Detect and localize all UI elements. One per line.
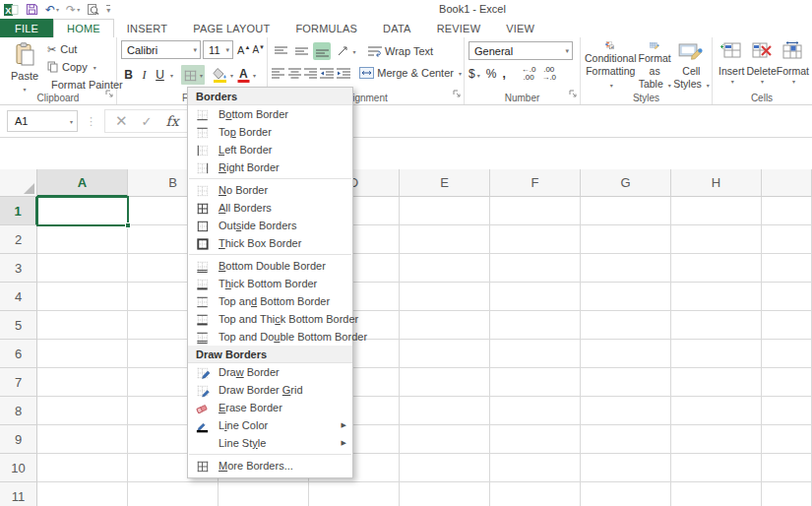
cell-F11[interactable] — [490, 482, 581, 506]
menu-item-draw-border[interactable]: Draw Border — [188, 363, 352, 381]
cell-F4[interactable] — [490, 283, 581, 311]
paste-dropdown-icon[interactable]: ▾ — [23, 86, 26, 93]
row-header-4[interactable]: 4 — [0, 283, 37, 311]
cell-A4[interactable] — [37, 283, 128, 311]
align-right-button[interactable] — [304, 64, 317, 82]
menu-item-draw-border-grid[interactable]: Draw Border Grid — [188, 381, 352, 399]
accounting-format-button[interactable]: $▾ — [468, 67, 480, 81]
cell-H6[interactable] — [671, 340, 762, 368]
cell-H7[interactable] — [671, 368, 762, 397]
column-header-h[interactable]: H — [671, 169, 762, 197]
cell-H4[interactable] — [671, 283, 762, 311]
menu-item-thick-bottom-border[interactable]: Thick Bottom Border — [188, 275, 352, 292]
cell-I5[interactable] — [762, 311, 812, 340]
cell-H9[interactable] — [671, 425, 762, 454]
row-header-7[interactable]: 7 — [0, 368, 37, 397]
format-dropdown-icon[interactable]: ▾ — [792, 78, 795, 86]
align-left-button[interactable] — [272, 64, 284, 82]
font-name-combo[interactable]: Calibri▾ — [121, 40, 201, 59]
cell-A6[interactable] — [37, 340, 128, 368]
merge-center-button[interactable]: Merge & Center ▾ — [359, 67, 462, 79]
cell-I3[interactable] — [762, 254, 812, 283]
cell-G11[interactable] — [581, 482, 671, 506]
row-header-10[interactable]: 10 — [0, 454, 37, 482]
cell-I8[interactable] — [762, 397, 812, 425]
menu-item-thick-box-border[interactable]: Thick Box Border — [188, 234, 352, 252]
increase-decimal-button[interactable]: ←.0.00 — [522, 66, 536, 82]
cell-F8[interactable] — [490, 397, 581, 425]
select-all-button[interactable] — [0, 169, 37, 197]
redo-button[interactable]: ↷▾ — [66, 4, 80, 16]
italic-button[interactable]: I — [137, 68, 152, 83]
format-as-table-button[interactable]: Format as Table ▾ — [637, 41, 673, 91]
cell-H10[interactable] — [671, 454, 762, 482]
cell-E4[interactable] — [400, 283, 490, 311]
cell-E3[interactable] — [400, 254, 490, 283]
cell-E11[interactable] — [400, 482, 490, 506]
cell-F9[interactable] — [490, 425, 581, 454]
bold-button[interactable]: B — [121, 68, 136, 82]
tab-review[interactable]: REVIEW — [424, 19, 494, 37]
menu-item-no-border[interactable]: No Border — [188, 181, 352, 199]
cell-A10[interactable] — [37, 454, 128, 482]
cell-G7[interactable] — [581, 368, 671, 397]
row-header-2[interactable]: 2 — [0, 225, 37, 254]
format-cells-button[interactable]: Format ▾ — [777, 41, 809, 91]
menu-item-all-borders[interactable]: All Borders — [188, 199, 352, 217]
delete-cells-button[interactable]: Delete ▾ — [746, 41, 776, 91]
alignment-dialog-launcher-icon[interactable] — [452, 85, 462, 102]
fill-handle[interactable] — [125, 222, 131, 228]
cell-G5[interactable] — [581, 311, 671, 340]
decrease-decimal-button[interactable]: .00→.0 — [541, 66, 556, 82]
cell-I9[interactable] — [762, 425, 812, 454]
menu-item-erase-border[interactable]: Erase Border — [188, 399, 352, 416]
middle-align-button[interactable] — [292, 42, 310, 60]
column-header-a[interactable]: A — [37, 169, 128, 197]
column-header-f[interactable]: F — [490, 169, 581, 197]
enter-icon[interactable]: ✓ — [142, 114, 153, 129]
tab-page-layout[interactable]: PAGE LAYOUT — [180, 19, 282, 37]
clipboard-dialog-launcher-icon[interactable] — [104, 85, 114, 102]
tab-home[interactable]: HOME — [53, 19, 114, 37]
cancel-icon[interactable]: ✕ — [115, 112, 128, 130]
cell-I2[interactable] — [762, 225, 812, 254]
orientation-button[interactable]: ▾ — [334, 42, 359, 60]
cell-D11[interactable] — [309, 482, 400, 506]
cell-I7[interactable] — [762, 368, 812, 397]
top-align-button[interactable] — [272, 42, 289, 60]
font-size-combo[interactable]: 11▾ — [203, 40, 233, 59]
cell-H11[interactable] — [671, 482, 762, 506]
name-box-dropdown-icon[interactable]: ▾ — [70, 118, 73, 125]
cell-I11[interactable] — [762, 482, 812, 506]
align-center-button[interactable] — [287, 64, 300, 82]
wrap-text-button[interactable]: Wrap Text — [368, 45, 433, 57]
menu-item-bottom-border[interactable]: Bottom Border — [188, 105, 352, 123]
print-preview-button[interactable] — [87, 3, 99, 16]
menu-item-bottom-double-border[interactable]: Bottom Double Border — [188, 257, 352, 275]
tab-insert[interactable]: INSERT — [114, 19, 180, 37]
column-header-g[interactable]: G — [581, 169, 671, 197]
tab-file[interactable]: FILE — [0, 19, 53, 37]
cell-I6[interactable] — [762, 340, 812, 368]
insert-dropdown-icon[interactable]: ▾ — [731, 78, 734, 86]
name-box[interactable]: A1 ▾ — [7, 110, 78, 132]
cell-G9[interactable] — [581, 425, 671, 454]
increase-font-size-button[interactable]: A▲ — [237, 44, 250, 56]
cell-E6[interactable] — [400, 340, 490, 368]
cell-B11[interactable] — [128, 482, 219, 506]
cell-E7[interactable] — [400, 368, 490, 397]
cell-E8[interactable] — [400, 397, 490, 425]
paste-button[interactable]: Paste ▾ — [4, 40, 45, 94]
tab-formulas[interactable]: FORMULAS — [282, 19, 370, 37]
cell-H1[interactable] — [671, 197, 762, 225]
number-dialog-launcher-icon[interactable] — [568, 85, 578, 102]
row-header-11[interactable]: 11 — [0, 482, 37, 506]
cell-G4[interactable] — [581, 283, 671, 311]
cell-E2[interactable] — [400, 225, 490, 254]
column-header-partial[interactable] — [762, 169, 812, 197]
decrease-indent-button[interactable] — [320, 64, 334, 82]
row-header-9[interactable]: 9 — [0, 425, 37, 454]
cell-F5[interactable] — [490, 311, 581, 340]
cell-I1[interactable] — [762, 197, 812, 225]
menu-item-top-border[interactable]: Top Border — [188, 123, 352, 141]
